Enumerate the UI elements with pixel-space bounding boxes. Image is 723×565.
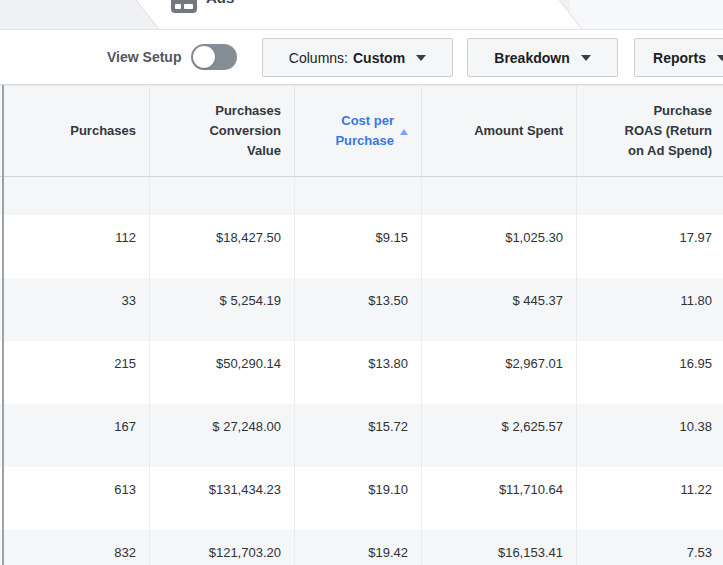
cell-amount-spent <box>422 177 577 215</box>
column-header-cost-per-purchase[interactable]: Cost per Purchase <box>295 86 422 176</box>
toggle-knob <box>193 46 215 68</box>
cell-cost-per-purchase: $13.80 <box>295 341 422 404</box>
columns-button[interactable]: Columns: Custom <box>262 38 453 77</box>
active-tab-label[interactable]: Ads <box>206 0 234 6</box>
cell-purchases: 832 <box>0 530 150 565</box>
cell-cost-per-purchase: $19.10 <box>295 467 422 530</box>
cell-purchases: 112 <box>0 215 150 278</box>
cell-purchases: 215 <box>0 341 150 404</box>
cell-amount-spent: $2,967.01 <box>422 341 577 404</box>
column-header-purchases-conversion-value[interactable]: Purchases Conversion Value <box>150 86 295 176</box>
table-row[interactable]: 33 $ 5,254.19 $13.50 $ 445.37 11.80 <box>0 278 723 341</box>
cell-purchases: 33 <box>0 278 150 341</box>
cell-amount-spent: $ 445.37 <box>422 278 577 341</box>
cell-conversion-value: $ 27,248.00 <box>150 404 295 467</box>
cell-roas: 11.80 <box>577 278 723 341</box>
table-row[interactable]: 832 $121,703.20 $19.42 $16,153.41 7.53 <box>0 530 723 565</box>
table-row[interactable]: 112 $18,427.50 $9.15 $1,025.30 17.97 <box>0 215 723 278</box>
table-row[interactable]: 215 $50,290.14 $13.80 $2,967.01 16.95 <box>0 341 723 404</box>
toolbar: View Setup Columns: Custom Breakdown Rep… <box>0 30 723 85</box>
cell-conversion-value: $18,427.50 <box>150 215 295 278</box>
chevron-down-icon <box>717 55 723 61</box>
chevron-down-icon <box>416 55 426 61</box>
breakdown-button[interactable]: Breakdown <box>467 38 618 77</box>
breakdown-button-label: Breakdown <box>494 50 569 66</box>
cell-cost-per-purchase: $19.42 <box>295 530 422 565</box>
cell-amount-spent: $ 2,625.57 <box>422 404 577 467</box>
cell-amount-spent: $16,153.41 <box>422 530 577 565</box>
cell-conversion-value: $ 5,254.19 <box>150 278 295 341</box>
cell-conversion-value: $50,290.14 <box>150 341 295 404</box>
cell-conversion-value <box>150 177 295 215</box>
cell-purchases: 613 <box>0 467 150 530</box>
reports-button[interactable]: Reports <box>634 38 723 77</box>
cell-purchases: 167 <box>0 404 150 467</box>
active-tab[interactable] <box>135 0 583 30</box>
cell-roas: 10.38 <box>577 404 723 467</box>
columns-button-value: Custom <box>353 50 405 66</box>
ads-tab-icon <box>171 0 197 13</box>
chevron-down-icon <box>581 55 591 61</box>
cell-roas: 16.95 <box>577 341 723 404</box>
table-frozen-column-divider <box>2 85 4 565</box>
cell-roas <box>577 177 723 215</box>
table-row[interactable]: 167 $ 27,248.00 $15.72 $ 2,625.57 10.38 <box>0 404 723 467</box>
cell-conversion-value: $121,703.20 <box>150 530 295 565</box>
cell-conversion-value: $131,434.23 <box>150 467 295 530</box>
table-row[interactable] <box>0 177 723 215</box>
view-setup-toggle[interactable] <box>191 44 237 70</box>
column-header-purchases[interactable]: Purchases <box>0 86 150 176</box>
cell-roas: 7.53 <box>577 530 723 565</box>
cell-amount-spent: $1,025.30 <box>422 215 577 278</box>
metrics-table: Purchases Purchases Conversion Value Cos… <box>0 85 723 565</box>
cell-cost-per-purchase: $15.72 <box>295 404 422 467</box>
cell-amount-spent: $11,710.64 <box>422 467 577 530</box>
ads-manager-screen: Ads View Setup Columns: Custom Breakdown… <box>0 0 723 565</box>
cell-roas: 17.97 <box>577 215 723 278</box>
sort-ascending-icon <box>400 129 408 135</box>
cell-purchases <box>0 177 150 215</box>
table-header-row: Purchases Purchases Conversion Value Cos… <box>0 85 723 177</box>
tab-bar: Ads <box>0 0 723 30</box>
column-header-amount-spent[interactable]: Amount Spent <box>422 86 577 176</box>
cell-cost-per-purchase: $13.50 <box>295 278 422 341</box>
cell-cost-per-purchase <box>295 177 422 215</box>
cell-cost-per-purchase: $9.15 <box>295 215 422 278</box>
reports-button-label: Reports <box>653 50 706 66</box>
cell-roas: 11.22 <box>577 467 723 530</box>
table-row[interactable]: 613 $131,434.23 $19.10 $11,710.64 11.22 <box>0 467 723 530</box>
tab-bar-background <box>570 0 723 29</box>
column-header-purchase-roas[interactable]: Purchase ROAS (Return on Ad Spend) <box>577 86 723 176</box>
view-setup-label: View Setup <box>107 30 181 84</box>
columns-button-prefix: Columns: <box>289 50 348 66</box>
